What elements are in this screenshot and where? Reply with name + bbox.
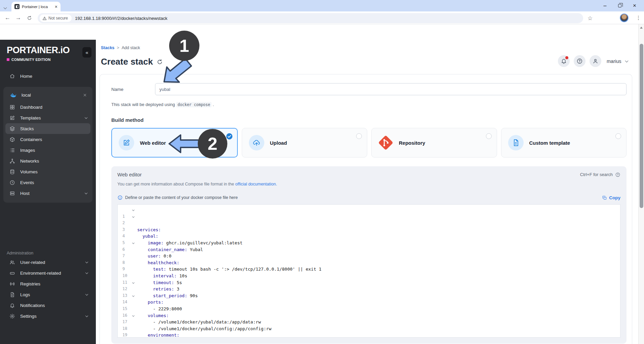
- code-line[interactable]: 18 YUBAL_TZ: Europe/Bucharest: [118, 319, 620, 325]
- copy-icon: [602, 195, 607, 200]
- sidebar-item[interactable]: User-related: [3, 257, 92, 268]
- bookmark-star-icon[interactable]: ☆: [588, 15, 593, 22]
- sidebar-item-home[interactable]: Home: [3, 71, 92, 81]
- radio-button[interactable]: [486, 133, 492, 139]
- sidebar-item[interactable]: Stacks: [5, 123, 90, 134]
- chevron-down-icon[interactable]: [625, 59, 628, 62]
- code-line[interactable]: 15 - /volume1/docker/yubal/data:/app/dat…: [118, 299, 620, 306]
- fold-arrow-icon[interactable]: [132, 314, 135, 316]
- fold-arrow-icon[interactable]: [132, 281, 135, 283]
- scrollbar-thumb[interactable]: [640, 44, 643, 208]
- breadcrumb-current: Add stack: [122, 45, 140, 50]
- sidebar-item[interactable]: Images: [5, 145, 90, 156]
- sidebar-item-icon: [9, 191, 15, 196]
- scroll-up-arrow-icon[interactable]: [640, 27, 643, 29]
- annotation-step-2: 2: [198, 129, 227, 159]
- code-line[interactable]: 10 retries: 3: [118, 266, 620, 273]
- notifications-button[interactable]: [558, 55, 570, 67]
- sidebar-item[interactable]: Settings: [3, 311, 92, 321]
- fold-arrow-icon[interactable]: [132, 209, 135, 211]
- question-icon[interactable]: [615, 172, 620, 177]
- window-close-button[interactable]: ×: [627, 0, 642, 11]
- code-line[interactable]: 8 interval: 10s: [118, 253, 620, 260]
- code-line[interactable]: 13 - 2229:8000: [118, 286, 620, 293]
- code-line[interactable]: 5 user: 0:0: [118, 233, 620, 240]
- radio-button[interactable]: [615, 133, 621, 139]
- fold-arrow-icon[interactable]: [132, 242, 135, 244]
- code-line[interactable]: 2 yubal:: [118, 213, 620, 220]
- url-text: 192.168.1.18:9000/#!/2/docker/stacks/new…: [75, 16, 167, 21]
- sidebar-item-icon: [9, 281, 15, 287]
- build-method-label: Build method: [111, 117, 627, 123]
- not-secure-badge[interactable]: Not secure: [40, 14, 72, 22]
- code-line[interactable]: 7 test: timeout 10s bash -c ':> /dev/tcp…: [118, 246, 620, 253]
- tab-title: Portainer | loca: [22, 5, 52, 9]
- define-hint: Define or paste the content of your dock…: [117, 195, 238, 200]
- fold-arrow-icon[interactable]: [132, 295, 135, 297]
- code-line[interactable]: 1 services:: [118, 207, 620, 213]
- username[interactable]: marius: [607, 59, 621, 64]
- sidebar-item[interactable]: Dashboard: [5, 102, 90, 112]
- sidebar-item[interactable]: Containers: [5, 134, 90, 145]
- copy-button[interactable]: Copy: [602, 195, 620, 200]
- sidebar-item[interactable]: Logs: [3, 289, 92, 300]
- code-line[interactable]: 17 environment:: [118, 312, 620, 319]
- radio-button[interactable]: [356, 133, 362, 139]
- code-line[interactable]: 20 YUBAL_DOWNLOAD_UGC: false #or true to…: [118, 332, 620, 338]
- help-button[interactable]: [574, 55, 585, 67]
- page-scrollbar[interactable]: [638, 24, 644, 344]
- browser-profile-avatar[interactable]: [620, 13, 629, 22]
- reload-button[interactable]: [27, 15, 32, 21]
- sidebar-item[interactable]: Networks: [5, 156, 90, 166]
- code-line[interactable]: 12 ports:: [118, 279, 620, 286]
- code-line[interactable]: 16 - /volume1/docker/yubal/config:/app/c…: [118, 306, 620, 312]
- official-documentation-link[interactable]: official documentation: [235, 182, 276, 186]
- code-editor[interactable]: 1 services: 2 yubal: 3 image: ghcr.io/gu…: [117, 204, 620, 338]
- window-minimize-button[interactable]: –: [598, 0, 612, 11]
- warning-icon: [42, 16, 47, 21]
- stack-name-input[interactable]: [155, 83, 627, 95]
- code-line[interactable]: 14 volumes:: [118, 293, 620, 299]
- docker-whale-icon: [9, 91, 17, 99]
- back-button[interactable]: ←: [5, 14, 10, 21]
- code-line[interactable]: 4 container_name: Yubal: [118, 227, 620, 233]
- sidebar-collapse-button[interactable]: «: [82, 47, 91, 58]
- tab-search-chevron-icon[interactable]: [4, 4, 6, 10]
- build-method-card[interactable]: Repository: [371, 128, 497, 158]
- window-restore-button[interactable]: [612, 0, 627, 11]
- code-line[interactable]: 11 start_period: 90s: [118, 273, 620, 279]
- tab-close-icon[interactable]: ×: [55, 4, 58, 9]
- browser-tab[interactable]: Portainer | loca ×: [11, 2, 61, 11]
- close-icon[interactable]: [83, 93, 87, 97]
- sidebar-item-icon: [9, 158, 15, 164]
- sidebar-item[interactable]: Registries: [3, 278, 92, 289]
- code-line[interactable]: 3 image: ghcr.io/guillevc/yubal:latest: [118, 220, 620, 227]
- browser-tabstrip: Portainer | loca × – ×: [0, 0, 644, 11]
- sidebar-item[interactable]: Environment-related: [3, 268, 92, 278]
- forward-button[interactable]: →: [15, 14, 21, 21]
- info-icon: [117, 195, 123, 200]
- sidebar-item-icon: [9, 104, 15, 110]
- address-bar[interactable]: Not secure 192.168.1.18:9000/#!/2/docker…: [38, 13, 583, 23]
- method-icon: [122, 139, 130, 147]
- chevron-down-icon: [85, 260, 88, 263]
- build-method-card[interactable]: Custom template: [501, 128, 627, 158]
- sidebar-item[interactable]: Volumes: [5, 166, 90, 177]
- fold-arrow-icon[interactable]: [132, 215, 135, 218]
- sidebar-item[interactable]: Notifications: [3, 300, 92, 311]
- code-line[interactable]: 19 YUBAL_AUDIO_FORMAT: opus #or Change o…: [118, 325, 620, 332]
- browser-menu-icon[interactable]: ⋮: [636, 15, 641, 21]
- sidebar-item-icon: [9, 180, 15, 185]
- sidebar-item[interactable]: Templates: [5, 112, 90, 123]
- code-line[interactable]: 6 healthcheck:: [118, 240, 620, 246]
- portainer-logo: PORTAINER.iO: [7, 45, 70, 56]
- environment-header[interactable]: local: [5, 88, 90, 102]
- sidebar-item[interactable]: Host: [5, 188, 90, 199]
- build-method-card[interactable]: Upload: [242, 128, 368, 158]
- code-line[interactable]: 9 timeout: 5s: [118, 260, 620, 266]
- sidebar-item[interactable]: Events: [5, 177, 90, 188]
- name-label: Name: [111, 87, 155, 92]
- edition-label: COMMUNITY EDITION: [7, 58, 51, 62]
- user-menu-button[interactable]: [590, 55, 601, 67]
- breadcrumb-stacks-link[interactable]: Stacks: [101, 45, 114, 50]
